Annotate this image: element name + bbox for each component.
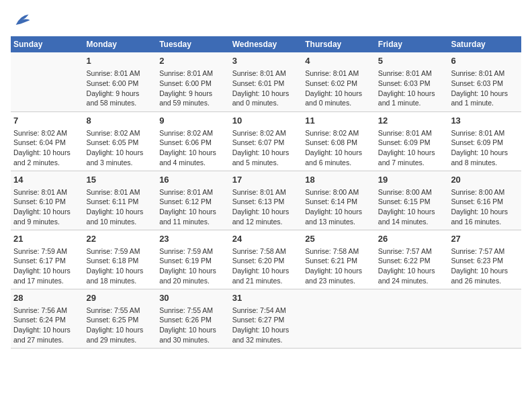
calendar-cell: 27Sunrise: 7:57 AMSunset: 6:23 PMDayligh…: [448, 230, 521, 289]
day-number: 20: [451, 174, 519, 186]
day-number: 10: [232, 115, 300, 127]
day-info: Sunrise: 8:01 AMSunset: 6:03 PMDaylight:…: [451, 68, 519, 108]
day-number: 24: [232, 233, 300, 245]
calendar-cell: 8Sunrise: 8:02 AMSunset: 6:05 PMDaylight…: [84, 111, 157, 171]
day-info: Sunrise: 8:01 AMSunset: 6:11 PMDaylight:…: [87, 187, 154, 227]
day-info: Sunrise: 7:59 AMSunset: 6:17 PMDaylight:…: [13, 246, 81, 286]
day-number: 22: [87, 233, 154, 245]
day-number: 3: [232, 55, 300, 67]
day-info: Sunrise: 7:55 AMSunset: 6:26 PMDaylight:…: [159, 306, 227, 345]
calendar-cell: 5Sunrise: 8:01 AMSunset: 6:03 PMDaylight…: [375, 52, 449, 111]
weekday-header-row: SundayMondayTuesdayWednesdayThursdayFrid…: [11, 36, 521, 52]
calendar-table: SundayMondayTuesdayWednesdayThursdayFrid…: [11, 36, 521, 349]
calendar-cell: [302, 289, 375, 348]
day-info: Sunrise: 8:00 AMSunset: 6:14 PMDaylight:…: [305, 187, 373, 227]
day-info: Sunrise: 8:01 AMSunset: 6:12 PMDaylight:…: [159, 187, 227, 227]
day-number: 25: [305, 233, 373, 245]
calendar-cell: 13Sunrise: 8:01 AMSunset: 6:09 PMDayligh…: [448, 111, 521, 171]
weekday-header-sunday: Sunday: [11, 36, 84, 52]
day-info: Sunrise: 8:01 AMSunset: 6:03 PMDaylight:…: [378, 68, 446, 108]
day-number: 30: [159, 292, 227, 304]
calendar-cell: 25Sunrise: 7:58 AMSunset: 6:21 PMDayligh…: [302, 230, 375, 289]
day-number: 19: [378, 174, 446, 186]
day-number: 23: [159, 233, 227, 245]
calendar-cell: 26Sunrise: 7:57 AMSunset: 6:22 PMDayligh…: [375, 230, 449, 289]
day-info: Sunrise: 8:02 AMSunset: 6:07 PMDaylight:…: [232, 128, 300, 168]
day-info: Sunrise: 8:01 AMSunset: 6:00 PMDaylight:…: [87, 68, 154, 108]
calendar-cell: [11, 52, 84, 111]
calendar-cell: 12Sunrise: 8:01 AMSunset: 6:09 PMDayligh…: [375, 111, 449, 171]
weekday-header-wednesday: Wednesday: [230, 36, 303, 52]
day-number: 8: [87, 115, 154, 127]
day-info: Sunrise: 8:02 AMSunset: 6:08 PMDaylight:…: [305, 128, 373, 168]
calendar-cell: [375, 289, 449, 348]
calendar-cell: 22Sunrise: 7:59 AMSunset: 6:18 PMDayligh…: [84, 230, 157, 289]
calendar-cell: 7Sunrise: 8:02 AMSunset: 6:04 PMDaylight…: [11, 111, 84, 171]
day-number: 18: [305, 174, 373, 186]
day-number: 11: [305, 115, 373, 127]
calendar-cell: 30Sunrise: 7:55 AMSunset: 6:26 PMDayligh…: [157, 289, 230, 348]
day-info: Sunrise: 7:54 AMSunset: 6:27 PMDaylight:…: [232, 306, 300, 345]
calendar-cell: 17Sunrise: 8:01 AMSunset: 6:13 PMDayligh…: [230, 171, 303, 230]
week-row-1: 1Sunrise: 8:01 AMSunset: 6:00 PMDaylight…: [11, 52, 521, 111]
day-number: 28: [13, 292, 81, 304]
calendar-cell: 16Sunrise: 8:01 AMSunset: 6:12 PMDayligh…: [157, 171, 230, 230]
day-number: 26: [378, 233, 446, 245]
day-info: Sunrise: 7:55 AMSunset: 6:25 PMDaylight:…: [87, 306, 154, 345]
week-row-2: 7Sunrise: 8:02 AMSunset: 6:04 PMDaylight…: [11, 111, 521, 171]
day-info: Sunrise: 8:02 AMSunset: 6:05 PMDaylight:…: [87, 128, 154, 168]
day-number: 27: [451, 233, 519, 245]
calendar-cell: 2Sunrise: 8:01 AMSunset: 6:00 PMDaylight…: [157, 52, 230, 111]
calendar-cell: 19Sunrise: 8:00 AMSunset: 6:15 PMDayligh…: [375, 171, 449, 230]
day-info: Sunrise: 8:01 AMSunset: 6:10 PMDaylight:…: [13, 187, 81, 227]
calendar-cell: 23Sunrise: 7:59 AMSunset: 6:19 PMDayligh…: [157, 230, 230, 289]
week-row-4: 21Sunrise: 7:59 AMSunset: 6:17 PMDayligh…: [11, 230, 521, 289]
day-info: Sunrise: 7:56 AMSunset: 6:24 PMDaylight:…: [13, 306, 81, 345]
calendar-cell: 29Sunrise: 7:55 AMSunset: 6:25 PMDayligh…: [84, 289, 157, 348]
calendar-cell: [448, 289, 521, 348]
day-info: Sunrise: 8:00 AMSunset: 6:16 PMDaylight:…: [451, 187, 519, 227]
week-row-5: 28Sunrise: 7:56 AMSunset: 6:24 PMDayligh…: [11, 289, 521, 348]
calendar-cell: 24Sunrise: 7:58 AMSunset: 6:20 PMDayligh…: [230, 230, 303, 289]
day-number: 5: [378, 55, 446, 67]
day-info: Sunrise: 8:01 AMSunset: 6:09 PMDaylight:…: [378, 128, 446, 168]
day-number: 31: [232, 292, 300, 304]
day-info: Sunrise: 7:58 AMSunset: 6:21 PMDaylight:…: [305, 246, 373, 286]
weekday-header-saturday: Saturday: [448, 36, 521, 52]
calendar-cell: 6Sunrise: 8:01 AMSunset: 6:03 PMDaylight…: [448, 52, 521, 111]
calendar-cell: 4Sunrise: 8:01 AMSunset: 6:02 PMDaylight…: [302, 52, 375, 111]
week-row-3: 14Sunrise: 8:01 AMSunset: 6:10 PMDayligh…: [11, 171, 521, 230]
weekday-header-thursday: Thursday: [302, 36, 375, 52]
calendar-cell: 21Sunrise: 7:59 AMSunset: 6:17 PMDayligh…: [11, 230, 84, 289]
day-number: 9: [159, 115, 227, 127]
logo: [11, 11, 31, 30]
day-number: 21: [13, 233, 81, 245]
calendar-cell: 18Sunrise: 8:00 AMSunset: 6:14 PMDayligh…: [302, 171, 375, 230]
day-info: Sunrise: 8:01 AMSunset: 6:09 PMDaylight:…: [451, 128, 519, 168]
calendar-cell: 10Sunrise: 8:02 AMSunset: 6:07 PMDayligh…: [230, 111, 303, 171]
page-header: [11, 11, 521, 30]
calendar-cell: 28Sunrise: 7:56 AMSunset: 6:24 PMDayligh…: [11, 289, 84, 348]
weekday-header-monday: Monday: [84, 36, 157, 52]
day-info: Sunrise: 7:59 AMSunset: 6:18 PMDaylight:…: [87, 246, 154, 286]
day-info: Sunrise: 7:58 AMSunset: 6:20 PMDaylight:…: [232, 246, 300, 286]
day-info: Sunrise: 8:01 AMSunset: 6:13 PMDaylight:…: [232, 187, 300, 227]
day-number: 14: [13, 174, 81, 186]
day-info: Sunrise: 8:01 AMSunset: 6:02 PMDaylight:…: [305, 68, 373, 108]
day-info: Sunrise: 7:57 AMSunset: 6:23 PMDaylight:…: [451, 246, 519, 286]
calendar-cell: 15Sunrise: 8:01 AMSunset: 6:11 PMDayligh…: [84, 171, 157, 230]
day-info: Sunrise: 8:02 AMSunset: 6:06 PMDaylight:…: [159, 128, 227, 168]
day-info: Sunrise: 8:02 AMSunset: 6:04 PMDaylight:…: [13, 128, 81, 168]
day-number: 15: [87, 174, 154, 186]
calendar-cell: 11Sunrise: 8:02 AMSunset: 6:08 PMDayligh…: [302, 111, 375, 171]
calendar-cell: 20Sunrise: 8:00 AMSunset: 6:16 PMDayligh…: [448, 171, 521, 230]
day-number: 29: [87, 292, 154, 304]
day-info: Sunrise: 8:01 AMSunset: 6:01 PMDaylight:…: [232, 68, 300, 108]
day-number: 2: [159, 55, 227, 67]
day-number: 6: [451, 55, 519, 67]
day-info: Sunrise: 7:57 AMSunset: 6:22 PMDaylight:…: [378, 246, 446, 286]
day-info: Sunrise: 7:59 AMSunset: 6:19 PMDaylight:…: [159, 246, 227, 286]
weekday-header-tuesday: Tuesday: [157, 36, 230, 52]
calendar-cell: 3Sunrise: 8:01 AMSunset: 6:01 PMDaylight…: [230, 52, 303, 111]
day-number: 13: [451, 115, 519, 127]
